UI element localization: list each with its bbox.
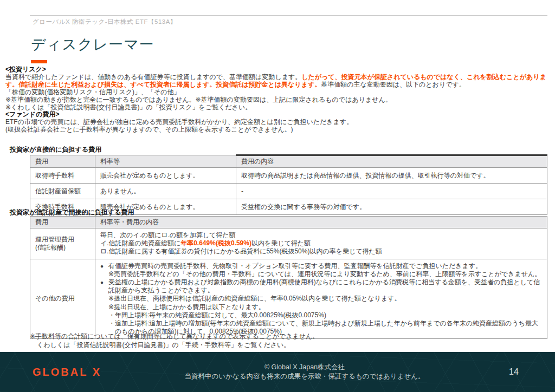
column-header: 費用の内容 xyxy=(236,155,547,168)
mgmt-fee-rate: 年率0.649%(税抜0.59%) xyxy=(180,239,251,247)
table-header-row: 費用 料率等 費用の内容 xyxy=(30,155,547,168)
column-header: 費用 xyxy=(30,217,95,228)
bullet-icon: ● xyxy=(100,262,108,270)
fee-rate-cell: 販売会社が定めるものとします。 xyxy=(95,168,236,184)
fee-rate-cell: ありません。 xyxy=(95,184,236,199)
page-number: 14 xyxy=(495,367,555,377)
risk-note-2: ※くわしくは「投資信託説明書(交付目論見書)」の「投資リスク」をご覧ください。 xyxy=(5,104,550,112)
risk-paragraph: 当資料で紹介したファンドは、値動きのある有価証券等に投資しますので、基準価額は変… xyxy=(5,74,550,89)
column-header: 料率等 xyxy=(95,155,236,168)
note-line: ※売買委託手数料などの「その他の費用・手数料」については、運用状況等により変動す… xyxy=(100,270,542,278)
fee-desc-cell: 取得時の商品説明または商品情報の提供、投資情報の提供、取引執行等の対価です。 xyxy=(236,168,547,184)
copyright-line: © Global X Japan株式会社 xyxy=(114,363,495,372)
risk-intro-text: 当資料で紹介したファンドは、値動きのある有価証券等に投資しますので、基準価額は変… xyxy=(5,73,301,81)
title-accent-bar xyxy=(31,60,47,63)
mgmt-fee-line: ロ.信託財産に属する有価証券の貸付けにかかる品貸料に55%(税抜50%)以内の率… xyxy=(100,247,542,256)
table-row: 取得時手数料 販売会社が定めるものとします。 取得時の商品説明または商品情報の提… xyxy=(30,168,547,184)
fee-name-cell: 取得時手数料 xyxy=(30,168,95,184)
risk-heading: <投資リスク> xyxy=(5,66,550,74)
bullet-line: ●有価証券売買時の売買委託手数料、先物取引・オプション取引等に要する費用、監査報… xyxy=(100,262,542,270)
fee-name-cell: 運用管理費用 (信託報酬) xyxy=(30,228,95,259)
footer-disclaimer-line: 当資料中のいかなる内容も将来の成果を示唆・保証するものではありません。 xyxy=(114,372,495,381)
mgmt-fee-line: 毎日、次のイ.の額にロ.の額を加算して得た額 xyxy=(100,231,542,239)
column-header: 費用 xyxy=(30,155,95,168)
footnote-line: ※手数料等の合計額については、保有期間等に応じて異なりますので表示することができ… xyxy=(30,332,319,341)
indirect-cost-table: 費用 料率等・費用の内容 運用管理費用 (信託報酬) 毎日、次のイ.の額にロ.の… xyxy=(30,216,547,339)
fee-name-cell: 信託財産留保額 xyxy=(30,184,95,199)
bullet-line: ●受益権の上場にかかる費用および対象指数の商標の使用料(商標使用料)ならびにこれ… xyxy=(100,278,542,295)
risk-note-1: ※基準価額の動きが指数と完全に一致するものではありません。※基準価額の変動要因は… xyxy=(5,96,550,104)
fund-cost-line-1: ETFの市場での売買には、証券会社が独自に定める売買委託手数料がかかり、約定金額… xyxy=(5,119,550,126)
note-line: ※提出日現在、商標使用料は信託財産の純資産総額に、年率0.05%以内を乗じて得た… xyxy=(100,295,542,303)
fund-cost-heading: <ファンドの費用> xyxy=(5,111,550,119)
direct-cost-table-caption: 投資家が直接的に負担する費用 xyxy=(10,145,101,154)
globalx-logo: GLOBAL X xyxy=(33,366,114,378)
fee-desc-cell: 受益権の交換に関する事務等の対価です。 xyxy=(236,199,547,215)
footer-text: © Global X Japan株式会社 当資料中のいかなる内容も将来の成果を示… xyxy=(114,363,495,381)
breadcrumb: グローバルX 防衛テック-日本株式 ETF【513A】 xyxy=(33,18,177,26)
header-divider xyxy=(30,15,547,16)
fund-cost-line-2: (取扱会社証券会社ごとに手数料率が異なりますので、その上限額を表示することができ… xyxy=(5,126,550,134)
fee-desc-cell: 毎日、次のイ.の額にロ.の額を加算して得た額 イ.信託財産の純資産総額に年率0.… xyxy=(95,228,547,259)
fee-desc-cell: ●有価証券売買時の売買委託手数料、先物取引・オプション取引等に要する費用、監査報… xyxy=(95,259,547,339)
slide-footer: GLOBAL X © Global X Japan株式会社 当資料中のいかなる内… xyxy=(0,352,555,392)
note-line: ※提出日現在、上場にかかる費用は以下となります。 xyxy=(100,303,542,311)
footnote-line: くわしくは「投資信託説明書(交付目論見書)」の「手続・手数料等」をご覧ください。 xyxy=(30,341,319,350)
column-header: 料率等・費用の内容 xyxy=(95,217,547,228)
mgmt-fee-line: イ.信託財産の純資産総額に年率0.649%(税抜0.59%)以内を乗じて得た額 xyxy=(100,239,542,247)
disclaimer-slide: グローバルX 防衛テック-日本株式 ETF【513A】 ディスクレーマー <投資… xyxy=(0,0,555,392)
risk-factors-line: 「株価の変動(価格変動リスク・信用リスク)」、「その他」 xyxy=(5,89,550,96)
fee-desc-cell: - xyxy=(236,184,547,199)
table-row: 運用管理費用 (信託報酬) 毎日、次のイ.の額にロ.の額を加算して得た額 イ.信… xyxy=(30,228,547,259)
risk-outro-text: 基準価額の主な変動要因は、以下のとおりです。 xyxy=(321,81,466,88)
note-line: ・年間上場料:毎年末の純資産総額に対して、最大0.00825%(税抜0.0075… xyxy=(100,311,542,319)
bullet-icon: ● xyxy=(100,278,108,295)
table-header-row: 費用 料率等・費用の内容 xyxy=(30,217,547,228)
page-title: ディスクレーマー xyxy=(31,35,154,54)
footnotes: ※手数料等の合計額については、保有期間等に応じて異なりますので表示することができ… xyxy=(30,332,319,349)
table-row: その他の費用 ●有価証券売買時の売買委託手数料、先物取引・オプション取引等に要す… xyxy=(30,259,547,339)
body-text: <投資リスク> 当資料で紹介したファンドは、値動きのある有価証券等に投資しますの… xyxy=(5,66,550,134)
table-row: 信託財産留保額 ありません。 - xyxy=(30,184,547,199)
fee-name-cell: その他の費用 xyxy=(30,259,95,339)
direct-cost-table: 費用 料率等 費用の内容 取得時手数料 販売会社が定めるものとします。 取得時の… xyxy=(30,154,547,215)
